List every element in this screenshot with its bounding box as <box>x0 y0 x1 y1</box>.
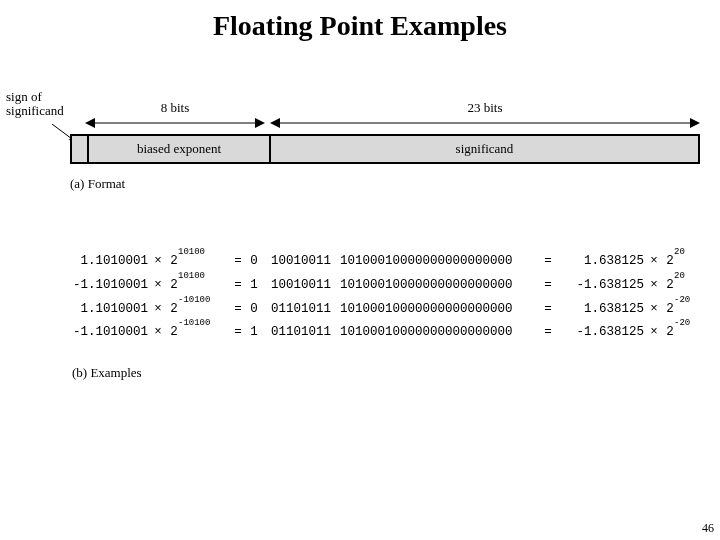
mantissa-cell: -1.1010001 <box>30 321 148 345</box>
equals-glyph: = <box>230 298 246 322</box>
times-glyph: × <box>644 298 664 322</box>
significand-box: significand <box>271 136 698 162</box>
page-number: 46 <box>702 521 714 536</box>
svg-marker-7 <box>690 118 700 128</box>
caption-a: (a) Format <box>70 176 125 192</box>
equals-glyph: = <box>540 298 556 322</box>
sign-label: sign of significand <box>6 90 64 119</box>
sign-bit-box <box>72 136 89 162</box>
arrow-span-23bits-icon <box>270 116 700 134</box>
mantissa-cell: 1.1010001 <box>30 250 148 274</box>
times-glyph: × <box>644 321 664 345</box>
exp-bits-cell: 10010011 <box>262 250 340 274</box>
width-label-23bits: 23 bits <box>270 100 700 116</box>
mantissa-cell: -1.1010001 <box>30 274 148 298</box>
frac-bits-cell: 10100010000000000000000 <box>340 250 540 274</box>
sign-bit-cell: 1 <box>246 274 262 298</box>
times-glyph: × <box>148 250 168 274</box>
sign-label-line2: significand <box>6 103 64 118</box>
frac-bits-cell: 10100010000000000000000 <box>340 321 540 345</box>
format-box-row: biased exponent significand <box>70 134 700 164</box>
exp-in: 10100 <box>178 244 205 261</box>
times-glyph: × <box>148 321 168 345</box>
table-row: -1.1010001 × 2-10100 = 1 01101011 101000… <box>30 321 676 345</box>
sign-label-line1: sign of <box>6 89 42 104</box>
decimal-cell: 1.638125 <box>556 250 644 274</box>
equals-glyph: = <box>540 274 556 298</box>
exponent-box: biased exponent <box>89 136 271 162</box>
decimal-cell: -1.638125 <box>556 321 644 345</box>
svg-marker-6 <box>270 118 280 128</box>
base-two: 2-10100 <box>168 321 180 345</box>
exp-out: -20 <box>674 315 690 332</box>
caption-b: (b) Examples <box>72 365 142 381</box>
exp-in: 10100 <box>178 268 205 285</box>
times-glyph: × <box>148 274 168 298</box>
equals-glyph: = <box>540 250 556 274</box>
exp-bits-cell: 01101011 <box>262 321 340 345</box>
exp-in: -10100 <box>178 315 210 332</box>
svg-marker-3 <box>85 118 95 128</box>
page-title: Floating Point Examples <box>0 0 720 42</box>
width-label-8bits: 8 bits <box>85 100 265 116</box>
frac-bits-cell: 10100010000000000000000 <box>340 274 540 298</box>
sign-bit-cell: 0 <box>246 250 262 274</box>
sign-bit-cell: 0 <box>246 298 262 322</box>
exp-out: -20 <box>674 292 690 309</box>
times-glyph: × <box>644 250 664 274</box>
table-row: -1.1010001 × 210100 = 1 10010011 1010001… <box>30 274 676 298</box>
table-row: 1.1010001 × 2-10100 = 0 01101011 1010001… <box>30 298 676 322</box>
table-row: 1.1010001 × 210100 = 0 10010011 10100010… <box>30 250 676 274</box>
times-glyph: × <box>148 298 168 322</box>
equals-glyph: = <box>540 321 556 345</box>
exp-in: -10100 <box>178 292 210 309</box>
exp-out: 20 <box>674 268 685 285</box>
exp-bits-cell: 01101011 <box>262 298 340 322</box>
svg-marker-4 <box>255 118 265 128</box>
mantissa-cell: 1.1010001 <box>30 298 148 322</box>
exp-bits-cell: 10010011 <box>262 274 340 298</box>
decimal-cell: -1.638125 <box>556 274 644 298</box>
decimal-cell: 1.638125 <box>556 298 644 322</box>
base-two: 2-20 <box>664 321 676 345</box>
equals-glyph: = <box>230 274 246 298</box>
sign-bit-cell: 1 <box>246 321 262 345</box>
exp-out: 20 <box>674 244 685 261</box>
times-glyph: × <box>644 274 664 298</box>
frac-bits-cell: 10100010000000000000000 <box>340 298 540 322</box>
arrow-span-8bits-icon <box>85 116 265 134</box>
equals-glyph: = <box>230 321 246 345</box>
equals-glyph: = <box>230 250 246 274</box>
examples-table: 1.1010001 × 210100 = 0 10010011 10100010… <box>30 250 676 345</box>
